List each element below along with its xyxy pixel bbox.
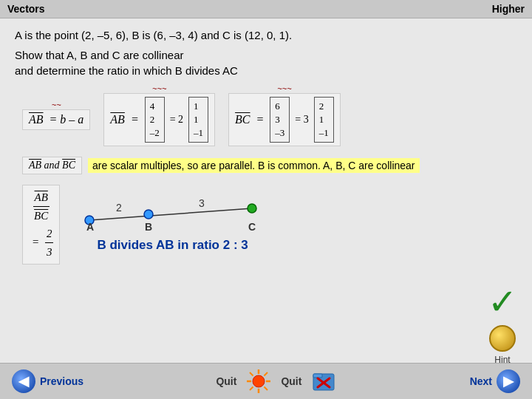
next-label: Next — [470, 375, 492, 387]
svg-text:A: A — [86, 221, 94, 233]
quit-button-2[interactable]: Quit — [281, 375, 301, 387]
hint-ball-icon — [489, 325, 516, 352]
line-diagram: A B C 2 3 — [75, 192, 296, 236]
formula-bc-matrix: ~~~ BC = 63–3 = 3 21–1 — [228, 84, 341, 147]
quit-x-icon[interactable] — [310, 368, 337, 395]
parallel-vectors: AB and BC — [22, 157, 82, 174]
line-svg: A B C 2 3 — [75, 192, 267, 233]
header-title-right: Higher — [492, 3, 525, 15]
parallel-row: AB and BC are scalar multiples, so are p… — [22, 157, 517, 174]
svg-line-15 — [265, 387, 268, 391]
svg-point-2 — [144, 210, 153, 219]
b-divides-text: B divides AB in ratio 2 : 3 — [97, 238, 248, 253]
checkmark-icon: ✓ — [488, 281, 517, 322]
svg-text:2: 2 — [116, 202, 122, 214]
formula-ab-matrix: ~~~ AB = 42–2 = 2 11–1 — [103, 84, 215, 147]
formulas-row: ~~ AB = b – a ~~~ AB = 42–2 = 2 11–1 ~~~ — [22, 84, 517, 147]
quit-button-1[interactable]: Quit — [216, 375, 236, 387]
quit-area: Quit Quit — [216, 368, 337, 395]
footer-bar: ◀ Previous Quit Quit Next ▶ — [0, 363, 532, 399]
formula-ab-eq: ~~ AB = b – a — [22, 100, 90, 130]
hint-area: ✓ Hint — [488, 281, 517, 365]
svg-text:3: 3 — [199, 197, 205, 209]
svg-line-16 — [265, 372, 268, 376]
svg-text:C: C — [248, 221, 256, 233]
problem-line3: and determine the ratio in which B divid… — [15, 64, 517, 77]
svg-text:B: B — [145, 221, 152, 233]
previous-arrow-icon[interactable]: ◀ — [12, 369, 35, 393]
svg-rect-19 — [313, 374, 322, 378]
svg-point-3 — [248, 204, 256, 213]
previous-label: Previous — [40, 375, 83, 387]
ratio-row: AB BC = 2 3 A B — [22, 185, 517, 265]
header-title-left: Vectors — [7, 3, 45, 15]
svg-line-0 — [89, 208, 252, 220]
next-button[interactable]: Next ▶ — [470, 369, 520, 393]
svg-line-17 — [250, 387, 253, 391]
ratio-formula: AB BC = 2 3 — [22, 185, 60, 265]
main-content: A is the point (2, –5, 6), B is (6, –3, … — [0, 18, 532, 278]
quit-sun-icon[interactable] — [245, 368, 272, 395]
svg-point-9 — [253, 375, 265, 387]
svg-line-14 — [250, 372, 253, 376]
problem-line1: A is the point (2, –5, 6), B is (6, –3, … — [15, 27, 517, 44]
parallel-statement: are scalar multiples, so are parallel. B… — [88, 158, 420, 173]
problem-line2: Show that A, B and C are collinear — [15, 49, 517, 61]
header-bar: Vectors Higher — [0, 0, 532, 18]
previous-button[interactable]: ◀ Previous — [12, 369, 83, 393]
next-arrow-icon[interactable]: ▶ — [497, 369, 520, 393]
